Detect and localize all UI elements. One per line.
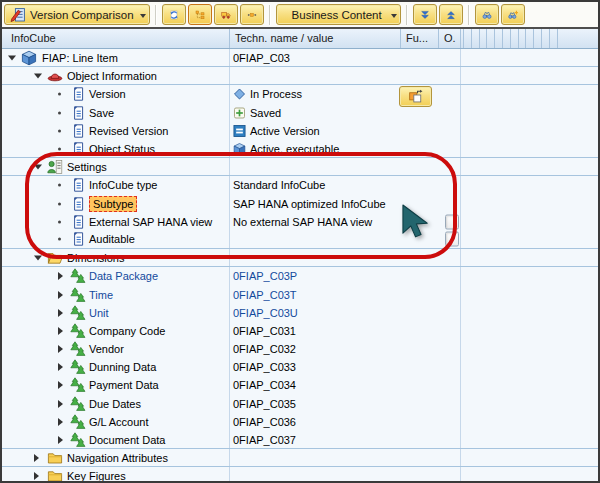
collapsed-toggle-icon[interactable]: [58, 400, 63, 408]
bullet-marker: [58, 220, 61, 223]
bullet-marker: [58, 147, 61, 150]
refresh-button[interactable]: [162, 4, 186, 25]
status-in-process-icon: [233, 88, 246, 101]
distribute-button[interactable]: [240, 4, 264, 25]
tree-row-data-package[interactable]: Data Package0FIAP_C03P: [2, 267, 598, 285]
tree-row-dimensions[interactable]: Dimensions: [2, 249, 598, 267]
collapsed-toggle-icon[interactable]: [58, 345, 63, 353]
tree-row-value: Standard InfoCube: [233, 178, 325, 192]
collapsed-toggle-icon[interactable]: [58, 327, 63, 335]
collapsed-toggle-icon[interactable]: [58, 291, 63, 299]
tree-row-key-figures[interactable]: Key Figures: [2, 467, 598, 482]
tree-row-value: 0FIAP_C03: [233, 51, 290, 65]
business-content-menu-button[interactable]: Business Content: [276, 4, 401, 25]
expanded-toggle-icon[interactable]: [8, 55, 16, 60]
column-header-o: O.: [444, 29, 456, 47]
tree-row-label: Auditable: [89, 232, 135, 246]
tree-row-navigation-attributes[interactable]: Navigation Attributes: [2, 449, 598, 467]
tree-row-fiap-line-item[interactable]: FIAP: Line Item0FIAP_C03: [2, 49, 598, 67]
tree-row-label: InfoCube type: [89, 178, 158, 192]
find-button[interactable]: [475, 4, 499, 25]
expanded-toggle-icon[interactable]: [34, 255, 42, 260]
header-divider: [510, 29, 511, 48]
transport-button[interactable]: [214, 4, 238, 25]
tree-row-revised-version[interactable]: Revised VersionActive Version: [2, 122, 598, 140]
tree-row-unit[interactable]: Unit0FIAP_C03U: [2, 304, 598, 322]
tree-row-value: Active Version: [250, 124, 320, 138]
tree-row-external-sap-hana-view[interactable]: External SAP HANA viewNo external SAP HA…: [2, 213, 598, 231]
expanded-toggle-icon[interactable]: [34, 73, 42, 78]
collapsed-toggle-icon[interactable]: [34, 472, 39, 480]
tree-row-object-information[interactable]: Object Information: [2, 67, 598, 85]
menu-button-label: Version Comparison: [30, 9, 134, 21]
status-saved-icon: [233, 106, 246, 119]
tree-row-label: Key Figures: [67, 469, 126, 482]
tree-row-auditable[interactable]: Auditable: [2, 231, 598, 249]
row-checkbox-auditable[interactable]: [445, 232, 459, 247]
expanded-toggle-icon[interactable]: [34, 164, 42, 169]
header-divider: [486, 29, 487, 48]
hierarchy-display-button[interactable]: [188, 4, 212, 25]
tree-row-vendor[interactable]: Vendor0FIAP_C032: [2, 340, 598, 358]
collapsed-toggle-icon[interactable]: [58, 309, 63, 317]
chevrons-up-icon: [446, 7, 456, 23]
tree-row-settings[interactable]: Settings: [2, 158, 598, 176]
tree-row-document-data[interactable]: Document Data0FIAP_C037: [2, 431, 598, 449]
tree-row-value: In Process: [250, 87, 302, 101]
tree-row-version[interactable]: VersionIn Process: [2, 85, 598, 103]
tree-row-value: No external SAP HANA view: [233, 215, 372, 229]
collapsed-toggle-icon[interactable]: [58, 381, 63, 389]
tree-row-time[interactable]: Time0FIAP_C03T: [2, 285, 598, 303]
binoculars-plus-icon: [508, 7, 518, 23]
tree-row-due-dates[interactable]: Due Dates0FIAP_C035: [2, 395, 598, 413]
header-divider: [438, 29, 439, 48]
bullet-marker: [58, 111, 61, 114]
collapse-all-button[interactable]: [439, 4, 463, 25]
tree-grid-body: FIAP: Line Item0FIAP_C03Object Informati…: [2, 49, 598, 482]
chevrons-down-icon: [420, 7, 430, 23]
spread-icon: [247, 7, 257, 23]
row-checkbox-external-sap-hana-view[interactable]: [445, 214, 459, 229]
toggle-display-change-button[interactable]: [399, 86, 432, 107]
dimension-icon: [70, 432, 86, 448]
version-comparison-menu-button[interactable]: Version Comparison: [4, 4, 150, 25]
toolbar-separator: [468, 5, 470, 25]
find-next-button[interactable]: [501, 4, 525, 25]
tree-row-value: 0FIAP_C034: [233, 378, 296, 392]
document-icon: [70, 86, 86, 102]
tree-row-value: 0FIAP_C032: [233, 342, 296, 356]
tree-row-dunning-data[interactable]: Dunning Data0FIAP_C033: [2, 358, 598, 376]
dimension-icon: [70, 359, 86, 375]
dimension-icon: [70, 414, 86, 430]
expand-all-button[interactable]: [413, 4, 437, 25]
tree-row-g-l-account[interactable]: G/L Account0FIAP_C036: [2, 413, 598, 431]
dimension-icon: [70, 377, 86, 393]
tree-row-infocube-type[interactable]: InfoCube typeStandard InfoCube: [2, 176, 598, 194]
tree-row-value: SAP HANA optimized InfoCube: [233, 197, 386, 211]
tree-row-label: Time: [89, 288, 113, 302]
header-divider: [494, 29, 495, 48]
collapsed-toggle-icon[interactable]: [34, 454, 39, 462]
tree-row-value: 0FIAP_C036: [233, 415, 296, 429]
tree-row-object-status[interactable]: Object StatusActive, executable: [2, 140, 598, 158]
version-comparison-icon: [10, 7, 26, 23]
tree-row-subtype[interactable]: SubtypeSAP HANA optimized InfoCube: [2, 195, 598, 213]
collapsed-toggle-icon[interactable]: [58, 363, 63, 371]
collapsed-toggle-icon[interactable]: [58, 436, 63, 444]
settings-icon: [47, 159, 63, 175]
tree-row-label: Dunning Data: [89, 360, 156, 374]
tree-row-label: Document Data: [89, 433, 165, 447]
tree-row-payment-data[interactable]: Payment Data0FIAP_C034: [2, 376, 598, 394]
header-divider: [479, 29, 480, 48]
toolbar-separator: [155, 5, 157, 25]
dropdown-corner-icon: [140, 14, 146, 18]
tree-row-label: Unit: [89, 306, 109, 320]
dimension-icon: [70, 396, 86, 412]
collapsed-toggle-icon[interactable]: [58, 418, 63, 426]
header-divider: [463, 29, 464, 48]
infocube-icon: [21, 50, 37, 66]
tree-row-company-code[interactable]: Company Code0FIAP_C031: [2, 322, 598, 340]
folder-closed-icon: [47, 468, 63, 482]
tree-row-save[interactable]: SaveSaved: [2, 104, 598, 122]
collapsed-toggle-icon[interactable]: [58, 272, 63, 280]
